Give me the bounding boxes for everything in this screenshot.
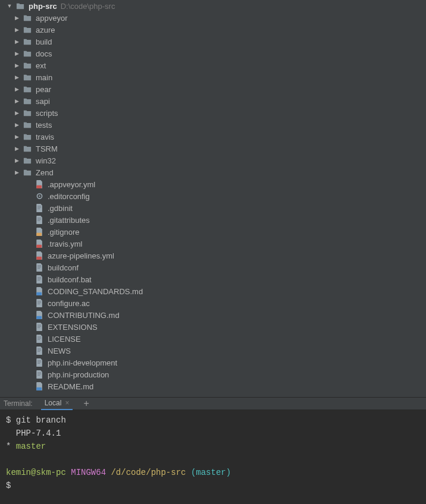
folder-label: appveyor [36, 14, 67, 23]
file-icon [35, 358, 44, 367]
folder-label: sapi [36, 97, 50, 106]
chevron-right-icon[interactable]: ▶ [13, 157, 20, 164]
file-README.md[interactable]: README.md [2, 380, 426, 392]
chevron-right-icon[interactable]: ▶ [13, 97, 20, 105]
chevron-right-icon[interactable]: ▶ [13, 133, 20, 140]
folder-TSRM[interactable]: ▶TSRM [2, 143, 426, 155]
terminal-tab-local[interactable]: Local × [41, 397, 73, 410]
terminal-tabbar: Terminal: Local × + [0, 397, 426, 410]
folder-label: travis [36, 133, 54, 141]
svg-rect-10 [36, 245, 42, 248]
svg-rect-30 [37, 350, 41, 351]
folder-label: scripts [36, 109, 58, 118]
folder-sapi[interactable]: ▶sapi [2, 95, 426, 107]
file-icon [35, 286, 44, 296]
chevron-right-icon[interactable]: ▶ [13, 74, 20, 81]
project-tree[interactable]: ▼php-srcD:\code\php-src▶appveyor▶azure▶b… [2, 0, 426, 397]
file-php.ini-development[interactable]: php.ini-development [2, 357, 426, 368]
folder-appveyor[interactable]: ▶appveyor [2, 12, 426, 24]
chevron-right-icon[interactable]: ▶ [13, 121, 20, 128]
svg-rect-26 [37, 337, 41, 338]
folder-icon [23, 168, 32, 177]
file-.editorconfig[interactable]: .editorconfig [2, 190, 426, 202]
folder-ext[interactable]: ▶ext [2, 59, 426, 71]
file-LICENSE[interactable]: LICENSE [2, 333, 426, 345]
svg-rect-27 [37, 338, 41, 339]
folder-win32[interactable]: ▶win32 [2, 155, 426, 166]
file-label: CONTRIBUTING.md [48, 311, 120, 320]
svg-rect-11 [36, 257, 42, 260]
folder-azure[interactable]: ▶azure [2, 24, 426, 36]
chevron-right-icon[interactable]: ▶ [13, 169, 20, 176]
file-icon [35, 191, 44, 201]
svg-rect-31 [37, 351, 40, 352]
root-path: D:\code\php-src [61, 2, 115, 11]
folder-main[interactable]: ▶main [2, 71, 426, 83]
folder-icon [23, 61, 32, 70]
folder-label: win32 [36, 156, 56, 165]
file-icon [35, 203, 44, 213]
file-.appveyor.yml[interactable]: .appveyor.yml [2, 178, 426, 190]
file-icon [35, 346, 44, 355]
project-root[interactable]: ▼php-srcD:\code\php-src [2, 0, 426, 12]
terminal-output[interactable]: $ git branch PHP-7.4.1 * master kemin@sk… [0, 410, 426, 504]
chevron-right-icon[interactable]: ▶ [13, 50, 20, 57]
terminal-panel-label[interactable]: Terminal: [4, 399, 33, 408]
folder-icon [23, 120, 32, 130]
file-label: .travis.yml [48, 240, 83, 248]
file-label: LICENSE [48, 335, 81, 344]
chevron-right-icon[interactable]: ▶ [13, 38, 20, 45]
folder-icon [23, 96, 32, 106]
file-php.ini-production[interactable]: php.ini-production [2, 368, 426, 380]
folder-travis[interactable]: ▶travis [2, 131, 426, 143]
file-.gdbinit[interactable]: .gdbinit [2, 202, 426, 214]
file-icon [35, 382, 44, 391]
svg-rect-34 [37, 363, 40, 364]
close-icon[interactable]: × [65, 399, 69, 407]
file-label: CODING_STANDARDS.md [48, 287, 143, 296]
chevron-right-icon[interactable]: ▶ [13, 109, 20, 116]
file-.gitignore[interactable]: .gitignore [2, 226, 426, 238]
file-EXTENSIONS[interactable]: EXTENSIONS [2, 321, 426, 333]
svg-rect-29 [37, 349, 41, 349]
folder-label: build [36, 37, 52, 46]
file-label: .editorconfig [48, 192, 90, 201]
file-CONTRIBUTING.md[interactable]: CONTRIBUTING.md [2, 309, 426, 321]
folder-scripts[interactable]: ▶scripts [2, 107, 426, 119]
folder-docs[interactable]: ▶docs [2, 48, 426, 59]
svg-rect-36 [37, 374, 41, 374]
folder-tests[interactable]: ▶tests [2, 119, 426, 131]
file-buildconf[interactable]: buildconf [2, 262, 426, 273]
file-.travis.yml[interactable]: .travis.yml [2, 238, 426, 250]
chevron-right-icon[interactable]: ▶ [13, 14, 20, 21]
folder-label: pear [36, 85, 51, 94]
file-NEWS[interactable]: NEWS [2, 345, 426, 357]
svg-rect-16 [37, 279, 41, 279]
svg-rect-38 [36, 388, 42, 390]
chevron-right-icon[interactable]: ▶ [13, 62, 20, 69]
file-icon [35, 227, 44, 237]
file-buildconf.bat[interactable]: buildconf.bat [2, 273, 426, 285]
folder-Zend[interactable]: ▶Zend [2, 166, 426, 178]
chevron-right-icon[interactable]: ▶ [13, 145, 20, 152]
file-label: .appveyor.yml [48, 180, 95, 189]
file-label: buildconf.bat [48, 275, 92, 284]
file-configure.ac[interactable]: configure.ac [2, 297, 426, 309]
folder-label: azure [36, 26, 55, 34]
add-terminal-button[interactable]: + [80, 398, 92, 409]
file-label: buildconf [48, 263, 79, 272]
file-azure-pipelines.yml[interactable]: azure-pipelines.yml [2, 250, 426, 262]
chevron-down-icon[interactable]: ▼ [6, 2, 13, 10]
svg-rect-8 [37, 220, 40, 221]
file-icon [35, 322, 44, 332]
svg-rect-4 [37, 207, 41, 208]
chevron-right-icon[interactable]: ▶ [13, 26, 20, 33]
svg-rect-5 [37, 209, 40, 209]
file-.gitattributes[interactable]: .gitattributes [2, 214, 426, 226]
file-CODING_STANDARDS.md[interactable]: CODING_STANDARDS.md [2, 285, 426, 297]
file-icon [35, 275, 44, 284]
chevron-right-icon[interactable]: ▶ [13, 86, 20, 93]
svg-rect-24 [37, 326, 41, 327]
folder-pear[interactable]: ▶pear [2, 83, 426, 95]
folder-build[interactable]: ▶build [2, 36, 426, 48]
